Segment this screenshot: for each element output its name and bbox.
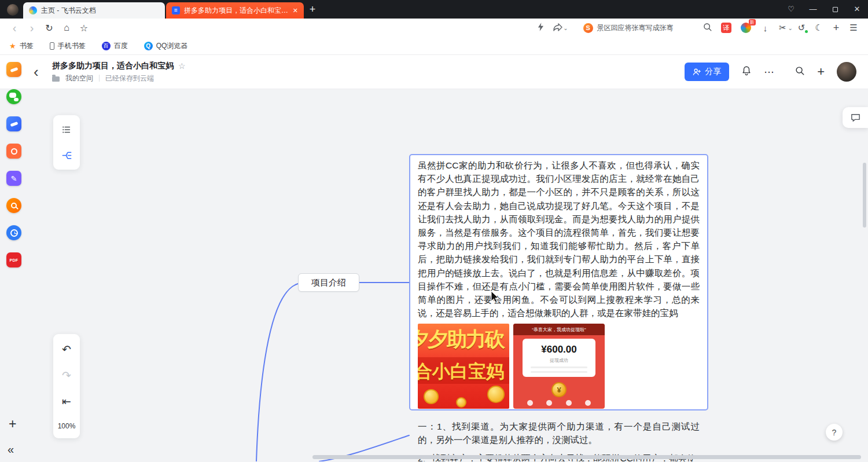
doc-header: ‹ 拼多多助力项目，适合小白和宝妈 ☆ 我的空间 已经保存到云端 分享 ⋯ + [0, 55, 868, 89]
save-status: 已经保存到云端 [105, 74, 154, 83]
canvas-add-button[interactable]: + [9, 416, 16, 432]
help-button[interactable]: ? [826, 424, 843, 441]
cash-banner-text: “恭喜大家，我成功提现啦” [513, 324, 605, 335]
wechat-icon[interactable] [6, 89, 21, 104]
undo-button[interactable]: ↶ [53, 336, 80, 362]
tab-pinduoduo-doc[interactable]: ≡ 拼多多助力项目，适合小白和宝妈 - ✕ [166, 2, 304, 19]
cash-card: ¥600.00 提现成功 [523, 339, 595, 377]
maximize-button[interactable] [824, 0, 846, 19]
browser-titlebar: 主页 - 飞书云文档 ≡ 拼多多助力项目，适合小白和宝妈 - ✕ + ♡ — ✕ [0, 0, 868, 19]
coin-icon: ¥ [551, 382, 567, 397]
clock-app-icon[interactable] [6, 225, 21, 240]
new-tab-button[interactable]: + [304, 3, 321, 16]
notifications-bell-icon[interactable] [741, 65, 752, 78]
promo-image[interactable]: 夕夕助力砍 合小白宝妈 [418, 324, 509, 409]
divider [99, 75, 100, 82]
bookmark-label: 百度 [114, 41, 128, 51]
history-zoom-panel: ↶ ↷ ⇤ 100% [53, 334, 80, 438]
netdisk-app-icon[interactable] [6, 144, 21, 159]
quark-search-icon[interactable] [6, 198, 21, 213]
cash-screenshot-image[interactable]: “恭喜大家，我成功提现啦” ¥600.00 提现成功 ¥ [513, 324, 605, 409]
close-window-button[interactable]: ✕ [846, 0, 868, 19]
new-badge: 新 [749, 19, 756, 25]
history-icon[interactable]: ↺ [793, 23, 810, 33]
breadcrumb-space[interactable]: 我的空间 [65, 74, 93, 83]
download-icon[interactable]: ↓ [757, 23, 774, 33]
favorite-star-icon[interactable]: ☆ [178, 61, 186, 71]
refresh-button[interactable]: ↻ [41, 23, 58, 34]
add-icon[interactable]: + [827, 22, 845, 34]
magnifier-icon [11, 203, 17, 208]
mindmap-canvas[interactable]: ↶ ↷ ⇤ 100% 项目介绍 虽然拼CC家的助力和砍价行为，让很多人不喜欢，但… [0, 89, 868, 461]
docs-app-icon[interactable] [6, 116, 21, 131]
bookmark-item-baidu[interactable]: 百 百度 [102, 41, 128, 51]
mindmap-node-description[interactable]: 虽然拼CC家的助力和砍价行为，让很多人不喜欢，但也得承认，确实有不少人也真正提现… [409, 154, 708, 410]
search-icon[interactable] [699, 22, 716, 34]
bookmarks-bar: ★ 书签 手机书签 百 百度 Q QQ浏览器 [0, 37, 868, 55]
doc-add-icon[interactable]: + [817, 66, 825, 78]
chat-bubble-icon [14, 98, 19, 101]
pdf-app-icon[interactable]: PDF [6, 252, 21, 267]
mindmap-view-button[interactable] [53, 142, 80, 168]
promo-image-subtitle: 合小白宝妈 [418, 360, 504, 384]
doc-title: 拼多多助力项目，适合小白和宝妈 [52, 61, 174, 71]
menu-icon[interactable]: ☰ [845, 23, 862, 33]
bookmark-star-icon[interactable]: ☆ [75, 23, 93, 34]
redo-button[interactable]: ↷ [53, 362, 80, 388]
chat-bubble-icon [9, 93, 16, 98]
share-button[interactable]: 分享 [685, 63, 729, 81]
node-images: 夕夕助力砍 合小白宝妈 “恭喜大家，我成功提现啦” ¥600.00 提现成功 ¥ [418, 324, 700, 409]
hot-search-ticker[interactable]: S 景区回应将张骞写成张骞 [583, 23, 674, 33]
nav-back-button[interactable]: ‹ [6, 23, 23, 32]
bookmark-item-qq-browser[interactable]: Q QQ浏览器 [144, 41, 188, 51]
browser-profile-avatar[interactable] [7, 4, 19, 16]
screenshot-scissors-icon[interactable]: ✂ [774, 23, 792, 33]
view-mode-panel [53, 115, 80, 170]
node-paragraph: 虽然拼CC家的助力和砍价行为，让很多人不喜欢，但也得承认，确实有不少人也真正提现… [418, 159, 700, 320]
translate-icon[interactable]: 译 [721, 23, 731, 33]
maximize-icon [833, 7, 838, 12]
app-glyph [10, 121, 18, 126]
favorites-heart-icon[interactable]: ♡ [780, 0, 802, 19]
comment-bubble-icon [850, 112, 861, 123]
fit-icon: ⇤ [62, 396, 71, 407]
coin-icon [487, 386, 505, 403]
horizontal-scrollbar[interactable] [312, 455, 861, 459]
mouse-cursor [491, 291, 499, 303]
nav-forward-button[interactable]: › [23, 23, 41, 32]
bookmark-item-bookmarks[interactable]: ★ 书签 [9, 41, 34, 51]
user-avatar[interactable] [837, 62, 856, 82]
fit-to-center-button[interactable]: ⇤ [53, 388, 80, 415]
side-app-dock: ✎ PDF [6, 62, 21, 267]
dark-mode-moon-icon[interactable]: ☾ [810, 23, 827, 33]
extensions-icon[interactable]: 新 [741, 23, 751, 33]
vertical-scrollbar[interactable] [863, 163, 866, 228]
home-button[interactable]: ⌂ [58, 23, 75, 33]
node-label: 项目介绍 [311, 277, 346, 288]
collapse-sidebar-button[interactable]: « [8, 443, 14, 456]
doc-back-button[interactable]: ‹ [34, 64, 52, 79]
tab-close-icon[interactable]: ✕ [293, 7, 298, 14]
bookmark-item-mobile[interactable]: 手机书签 [50, 41, 86, 51]
bookmark-label: QQ浏览器 [156, 41, 188, 51]
share-page-icon[interactable] [549, 23, 567, 33]
cash-amount: ¥600.00 [523, 344, 595, 355]
more-options-icon[interactable]: ⋯ [764, 66, 774, 78]
lightning-icon[interactable] [532, 23, 549, 33]
doc-actions: 分享 ⋯ + [685, 62, 856, 82]
comment-button[interactable] [843, 107, 868, 128]
tab-feishu-home[interactable]: 主页 - 飞书云文档 [23, 2, 165, 19]
redo-icon: ↷ [62, 370, 71, 381]
minimize-button[interactable]: — [802, 0, 824, 19]
feishu-app-icon[interactable] [6, 62, 21, 77]
zoom-level[interactable]: 100% [58, 415, 76, 436]
clock-icon [10, 229, 18, 237]
step-text: 一：1、找到渠道。为大家提供两个助力渠道，有一个是自己测试过的，另外一个渠道是别… [418, 420, 700, 446]
window-controls: ♡ — ✕ [780, 0, 868, 19]
promo-image-title: 夕夕助力砍 [418, 326, 504, 353]
notes-app-icon[interactable]: ✎ [6, 171, 21, 186]
doc-search-icon[interactable] [795, 65, 805, 78]
mindmap-node-intro[interactable]: 项目介绍 [298, 273, 359, 292]
outline-view-button[interactable] [53, 116, 80, 142]
doc-favicon-icon: ≡ [172, 6, 180, 14]
